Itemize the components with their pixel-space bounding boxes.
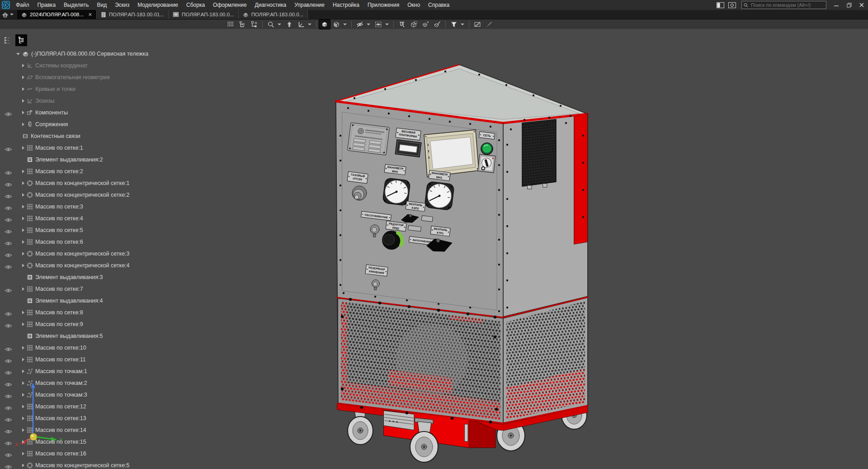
- visibility-eye-icon[interactable]: [5, 263, 12, 271]
- expand-arrow-icon[interactable]: [22, 146, 24, 150]
- menu-item-13[interactable]: Справка: [424, 0, 453, 10]
- hide-objects-icon[interactable]: [354, 20, 365, 29]
- tree-item-16[interactable]: Массив по сетке:6: [0, 236, 194, 248]
- tree-item-31[interactable]: Массив по сетке:13: [0, 412, 194, 424]
- tab-close-icon[interactable]: ✕: [88, 12, 92, 18]
- tree-item-18[interactable]: Массив по концентрической сетке:4: [0, 260, 194, 271]
- visibility-eye-icon[interactable]: [5, 369, 12, 377]
- menu-item-9[interactable]: Управление: [290, 0, 329, 10]
- measure-icon[interactable]: [396, 20, 407, 29]
- gauge-mn1[interactable]: [425, 181, 455, 211]
- minimize-button[interactable]: [830, 0, 843, 10]
- tree-item-33[interactable]: Массив по сетке:15: [0, 436, 194, 448]
- expand-arrow-icon[interactable]: [16, 53, 20, 55]
- visibility-eye-icon[interactable]: [5, 146, 12, 154]
- tree-item-26[interactable]: Массив по сетке:11: [0, 354, 194, 365]
- expand-arrow-icon[interactable]: [22, 452, 24, 455]
- visibility-eye-icon[interactable]: [5, 310, 12, 318]
- tree-item-5[interactable]: Компоненты: [0, 107, 194, 118]
- menu-item-4[interactable]: Эскиз: [111, 0, 133, 10]
- close-button[interactable]: [855, 0, 868, 10]
- visibility-eye-icon[interactable]: [5, 169, 12, 177]
- visibility-eye-icon[interactable]: [5, 251, 12, 260]
- document-tab-1[interactable]: ПОЛЯР.АП-183.00.01...: [97, 10, 169, 19]
- tree-item-0[interactable]: (-)ПОЛЯР.АП-008.000.00 Сервисная тележка: [0, 48, 194, 60]
- filter-dropdown-caret[interactable]: [460, 20, 466, 29]
- model-structure-icon[interactable]: [249, 20, 259, 29]
- window-settings-icon[interactable]: [727, 1, 737, 9]
- tree-item-1[interactable]: Системы координат: [0, 60, 194, 71]
- tree-item-27[interactable]: Массив по точкам:1: [0, 365, 194, 377]
- move-component-icon[interactable]: [420, 20, 431, 29]
- visibility-eye-icon[interactable]: [5, 240, 12, 248]
- expand-arrow-icon[interactable]: [22, 228, 24, 232]
- eyedropper-icon[interactable]: [484, 20, 495, 29]
- zoom-area-dropdown-caret[interactable]: [277, 20, 283, 29]
- expand-arrow-icon[interactable]: [22, 322, 24, 326]
- menu-item-8[interactable]: Диагностика: [251, 0, 291, 10]
- tree-parameters-toggle[interactable]: [2, 35, 13, 46]
- tree-item-4[interactable]: Эскизы: [0, 95, 194, 107]
- expand-arrow-icon[interactable]: [22, 405, 24, 408]
- home-button[interactable]: [0, 10, 17, 19]
- tree-item-19[interactable]: Элемент выдавливания:3: [0, 271, 194, 283]
- key-switch[interactable]: [478, 154, 495, 172]
- tree-item-2[interactable]: Вспомогательная геометрия: [0, 71, 194, 83]
- expand-arrow-icon[interactable]: [22, 170, 24, 173]
- search-input[interactable]: [750, 2, 824, 8]
- display-mode-icon[interactable]: [331, 20, 342, 29]
- expand-arrow-icon[interactable]: [22, 428, 24, 432]
- tree-item-28[interactable]: Массив по точкам:2: [0, 377, 194, 389]
- visibility-eye-icon[interactable]: [5, 322, 12, 330]
- zoom-fit-icon[interactable]: [284, 20, 295, 29]
- visibility-eye-icon[interactable]: [5, 181, 12, 189]
- tree-item-15[interactable]: Массив по сетке:5: [0, 224, 194, 236]
- tree-item-10[interactable]: Массив по сетке:2: [0, 166, 194, 177]
- expand-arrow-icon[interactable]: [22, 311, 24, 314]
- tree-item-7[interactable]: Контекстные связи: [0, 130, 194, 142]
- cabinet-right-face[interactable]: [503, 114, 588, 425]
- visibility-eye-icon[interactable]: [5, 228, 12, 236]
- expand-arrow-icon[interactable]: [22, 87, 24, 91]
- visibility-eye-icon[interactable]: [5, 428, 12, 436]
- expand-arrow-icon[interactable]: [22, 287, 24, 291]
- expand-arrow-icon[interactable]: [22, 464, 24, 467]
- expand-arrow-icon[interactable]: [22, 358, 24, 361]
- visibility-eye-icon[interactable]: [5, 346, 12, 354]
- tree-item-22[interactable]: Массив по сетке:8: [0, 307, 194, 318]
- visibility-eye-icon[interactable]: [5, 393, 12, 401]
- expand-arrow-icon[interactable]: [22, 240, 24, 244]
- weight-display[interactable]: [395, 140, 421, 157]
- expand-arrow-icon[interactable]: [22, 64, 24, 67]
- menu-item-11[interactable]: Приложения: [363, 0, 403, 10]
- menu-item-3[interactable]: Вид: [93, 0, 111, 10]
- tree-structure-toggle[interactable]: [16, 35, 27, 46]
- zoom-area-icon[interactable]: [265, 20, 276, 29]
- visibility-eye-icon[interactable]: [5, 451, 12, 460]
- visibility-eye-icon[interactable]: [5, 193, 12, 201]
- expand-arrow-icon[interactable]: [22, 393, 24, 397]
- visibility-eye-icon[interactable]: [5, 110, 12, 118]
- visibility-eye-icon[interactable]: [5, 404, 12, 412]
- hide-objects-dropdown-caret[interactable]: [366, 20, 372, 29]
- expand-arrow-icon[interactable]: [22, 217, 24, 220]
- expand-arrow-icon[interactable]: [22, 76, 24, 79]
- expand-arrow-icon[interactable]: [22, 181, 24, 185]
- gas-connector[interactable]: [352, 186, 367, 200]
- tree-item-14[interactable]: Массив по сетке:4: [0, 213, 194, 224]
- orientation-dropdown-caret[interactable]: [307, 20, 313, 29]
- visibility-eye-icon[interactable]: [5, 463, 12, 469]
- hmi-touchscreen[interactable]: [424, 130, 479, 177]
- menu-item-0[interactable]: Файл: [12, 0, 33, 10]
- display-mode-dropdown-caret[interactable]: [343, 20, 349, 29]
- app-logo-icon[interactable]: [2, 1, 10, 9]
- layout-toggle-icon[interactable]: [715, 1, 725, 9]
- expand-arrow-icon[interactable]: [22, 205, 24, 208]
- tree-item-11[interactable]: Массив по концентрической сетке:1: [0, 177, 194, 189]
- menu-item-5[interactable]: Моделирование: [133, 0, 182, 10]
- expand-arrow-icon[interactable]: [22, 381, 24, 385]
- shaded-mode-icon[interactable]: [319, 20, 330, 29]
- show-hidden-dropdown-caret[interactable]: [385, 20, 391, 29]
- section-view-icon[interactable]: [472, 20, 483, 29]
- show-hidden-icon[interactable]: [373, 20, 384, 29]
